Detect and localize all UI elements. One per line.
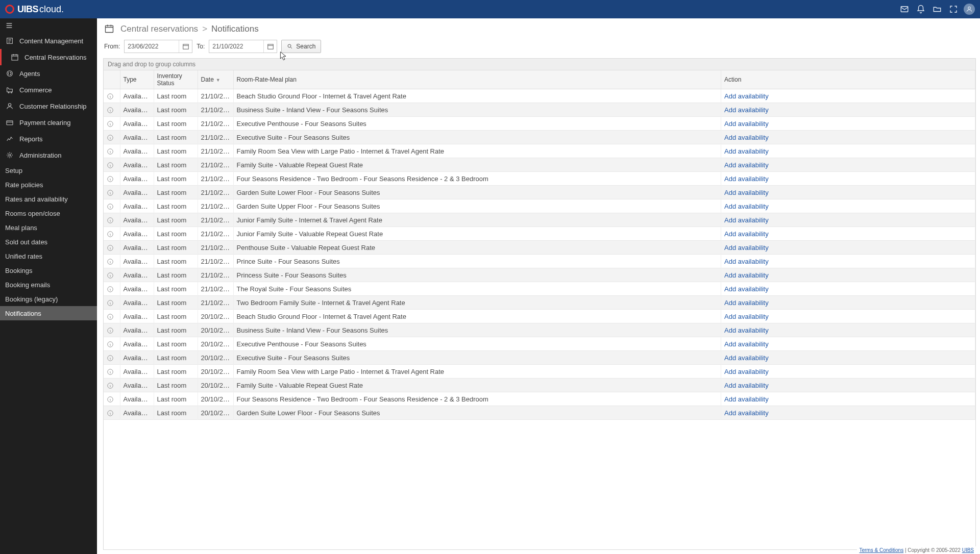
add-availability-link[interactable]: Add availability	[721, 337, 975, 351]
group-hint[interactable]: Drag and drop to group columns	[104, 59, 975, 70]
table-row[interactable]: AvailabilityLast room20/10/2022Business …	[104, 323, 975, 337]
sub-item-rooms-open-close[interactable]: Rooms open/close	[0, 206, 97, 220]
table-row[interactable]: AvailabilityLast room21/10/2022Four Seas…	[104, 172, 975, 186]
add-availability-link[interactable]: Add availability	[721, 365, 975, 379]
nav-item-administration[interactable]: Administration	[0, 147, 97, 163]
col-header-inventory[interactable]: Inventory Status	[154, 70, 198, 89]
cell-icon	[104, 255, 120, 268]
nav-item-reports[interactable]: Reports	[0, 131, 97, 147]
sub-item-unified-rates[interactable]: Unified rates	[0, 249, 97, 263]
table-row[interactable]: AvailabilityLast room21/10/2022Two Bedro…	[104, 296, 975, 310]
to-date-picker-button[interactable]	[263, 40, 277, 53]
to-date-input[interactable]	[209, 43, 263, 50]
nav-item-payment-clearing[interactable]: Payment clearing	[0, 114, 97, 131]
add-availability-link[interactable]: Add availability	[721, 172, 975, 186]
table-row[interactable]: AvailabilityLast room21/10/2022Prince Su…	[104, 255, 975, 268]
add-availability-link[interactable]: Add availability	[721, 131, 975, 144]
sub-item-meal-plans[interactable]: Meal plans	[0, 220, 97, 235]
add-availability-link[interactable]: Add availability	[721, 351, 975, 365]
folder-icon[interactable]	[929, 1, 945, 17]
add-availability-link[interactable]: Add availability	[721, 296, 975, 310]
sub-item-bookings[interactable]: Bookings	[0, 263, 97, 278]
cell-type: Availability	[120, 379, 154, 392]
avatar[interactable]	[964, 4, 975, 15]
breadcrumb-parent[interactable]: Central reservations	[120, 24, 198, 34]
nav-item-central-reservations[interactable]: Central Reservations	[0, 49, 97, 65]
col-header-date[interactable]: Date▼	[198, 70, 233, 89]
add-availability-link[interactable]: Add availability	[721, 241, 975, 255]
sub-item-setup[interactable]: Setup	[0, 163, 97, 178]
nav-item-agents[interactable]: Agents	[0, 65, 97, 82]
add-availability-link[interactable]: Add availability	[721, 310, 975, 323]
cell-type: Availability	[120, 406, 154, 420]
nav-label: Commerce	[19, 86, 52, 94]
col-header-type[interactable]: Type	[120, 70, 154, 89]
table-row[interactable]: AvailabilityLast room20/10/2022Beach Stu…	[104, 310, 975, 323]
table-row[interactable]: AvailabilityLast room21/10/2022The Royal…	[104, 282, 975, 296]
add-availability-link[interactable]: Add availability	[721, 227, 975, 241]
uibs-link[interactable]: UIBS	[962, 547, 974, 553]
sub-item-rate-policies[interactable]: Rate policies	[0, 178, 97, 192]
sub-item-bookings-legacy-[interactable]: Bookings (legacy)	[0, 292, 97, 306]
nav-item-customer-relationship[interactable]: Customer Relationship	[0, 98, 97, 114]
add-availability-link[interactable]: Add availability	[721, 199, 975, 213]
table-row[interactable]: AvailabilityLast room21/10/2022Business …	[104, 103, 975, 117]
cell-inventory: Last room	[154, 268, 198, 282]
col-header-room[interactable]: Room-Rate-Meal plan	[233, 70, 721, 89]
table-row[interactable]: AvailabilityLast room21/10/2022Executive…	[104, 131, 975, 144]
add-availability-link[interactable]: Add availability	[721, 103, 975, 117]
add-availability-link[interactable]: Add availability	[721, 89, 975, 103]
col-header-icon[interactable]	[104, 70, 120, 89]
table-row[interactable]: AvailabilityLast room21/10/2022Garden Su…	[104, 186, 975, 199]
table-row[interactable]: AvailabilityLast room21/10/2022Executive…	[104, 117, 975, 131]
from-date-input[interactable]	[125, 43, 179, 50]
table-row[interactable]: AvailabilityLast room21/10/2022Family Ro…	[104, 144, 975, 158]
add-availability-link[interactable]: Add availability	[721, 379, 975, 392]
table-row[interactable]: AvailabilityLast room21/10/2022Princess …	[104, 268, 975, 282]
table-row[interactable]: AvailabilityLast room20/10/2022Four Seas…	[104, 392, 975, 406]
add-availability-link[interactable]: Add availability	[721, 158, 975, 172]
table-row[interactable]: AvailabilityLast room20/10/2022Executive…	[104, 351, 975, 365]
nav-item-commerce[interactable]: Commerce	[0, 82, 97, 98]
table-row[interactable]: AvailabilityLast room21/10/2022Beach Stu…	[104, 89, 975, 103]
add-availability-link[interactable]: Add availability	[721, 392, 975, 406]
table-row[interactable]: AvailabilityLast room21/10/2022Garden Su…	[104, 199, 975, 213]
table-row[interactable]: AvailabilityLast room21/10/2022Junior Fa…	[104, 213, 975, 227]
add-availability-link[interactable]: Add availability	[721, 213, 975, 227]
mail-icon[interactable]	[896, 1, 913, 17]
col-header-action[interactable]: Action	[721, 70, 975, 89]
add-availability-link[interactable]: Add availability	[721, 406, 975, 420]
terms-link[interactable]: Terms & Conditions	[859, 547, 903, 553]
cell-date: 21/10/2022	[198, 117, 233, 131]
sub-item-sold-out-dates[interactable]: Sold out dates	[0, 235, 97, 249]
nav-label: Administration	[19, 152, 61, 159]
cell-room: Beach Studio Ground Floor - Internet & T…	[233, 89, 721, 103]
from-date-picker-button[interactable]	[179, 40, 192, 53]
fullscreen-icon[interactable]	[945, 1, 962, 17]
table-row[interactable]: AvailabilityLast room21/10/2022Family Su…	[104, 158, 975, 172]
bell-icon[interactable]	[913, 1, 929, 17]
add-availability-link[interactable]: Add availability	[721, 117, 975, 131]
add-availability-link[interactable]: Add availability	[721, 282, 975, 296]
cell-type: Availability	[120, 282, 154, 296]
add-availability-link[interactable]: Add availability	[721, 268, 975, 282]
table-row[interactable]: AvailabilityLast room20/10/2022Executive…	[104, 337, 975, 351]
add-availability-link[interactable]: Add availability	[721, 186, 975, 199]
table-row[interactable]: AvailabilityLast room20/10/2022Family Ro…	[104, 365, 975, 379]
add-availability-link[interactable]: Add availability	[721, 323, 975, 337]
nav-icon	[5, 85, 14, 94]
menu-toggle[interactable]	[0, 18, 97, 33]
table-row[interactable]: AvailabilityLast room20/10/2022Family Su…	[104, 379, 975, 392]
nav-item-content-management[interactable]: Content Management	[0, 33, 97, 49]
add-availability-link[interactable]: Add availability	[721, 144, 975, 158]
cell-type: Availability	[120, 337, 154, 351]
add-availability-link[interactable]: Add availability	[721, 255, 975, 268]
table-row[interactable]: AvailabilityLast room21/10/2022Junior Fa…	[104, 227, 975, 241]
sub-item-notifications[interactable]: Notifications	[0, 306, 97, 320]
table-row[interactable]: AvailabilityLast room21/10/2022Penthouse…	[104, 241, 975, 255]
table-row[interactable]: AvailabilityLast room20/10/2022Garden Su…	[104, 406, 975, 420]
logo[interactable]: UIBS cloud.	[5, 4, 64, 15]
search-button[interactable]: Search	[281, 40, 321, 53]
sub-item-rates-and-availability[interactable]: Rates and availability	[0, 192, 97, 206]
sub-item-booking-emails[interactable]: Booking emails	[0, 278, 97, 292]
